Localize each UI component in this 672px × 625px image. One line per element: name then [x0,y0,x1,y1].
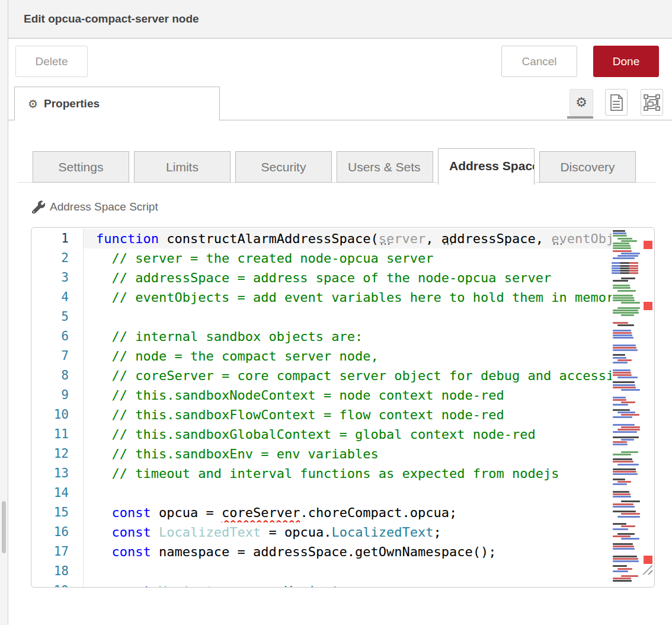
minimap-row [613,369,631,371]
minimap-row [612,446,639,448]
done-button[interactable]: Done [593,46,659,77]
error-marker[interactable] [644,241,652,249]
code-token [151,525,159,540]
minimap-row [612,550,639,552]
minimap-row [612,379,639,381]
left-scrollbar-thumb[interactable] [2,501,6,553]
description-icon-button[interactable] [605,89,628,116]
tab-label: Address Space [449,159,535,173]
minimap-row [613,493,631,495]
code-text: const Variant = opcua.Variant; [84,581,612,588]
code-token: namespace = addressSpace.getOwnNamespace… [151,544,497,559]
minimap-row [612,433,639,435]
minimap-row [612,305,639,307]
tab-security[interactable]: Security [235,151,332,183]
minimap-row [621,451,638,453]
workspace-left-strip [0,0,8,625]
overview-ruler[interactable] [639,228,655,587]
minimap-row [621,500,640,502]
code-editor: 1function constructAlarmAddressSpace(ser… [31,227,655,588]
code-token: const [112,525,151,540]
minimap-row [621,314,634,316]
line-number: 3 [31,268,84,288]
code-token: , [536,231,552,246]
delete-button[interactable]: Delete [15,46,88,77]
code-token: = opcua. [214,583,284,588]
minimap-row [617,464,639,465]
code-text [84,562,612,581]
minimap-row [613,409,630,411]
error-marker[interactable] [644,556,652,564]
minimap-row [613,280,628,282]
code-token [96,544,112,559]
code-line: 15 const opcua = coreServer.choreCompact… [31,503,612,522]
document-icon [610,94,623,111]
tab-users-sets[interactable]: Users & Sets [337,151,433,183]
wrench-icon [32,200,45,213]
minimap-row [613,556,637,557]
minimap-row [621,389,640,391]
minimap-row [612,498,639,500]
minimap-row [612,456,639,458]
minimap-row [613,565,627,567]
minimap-row [617,516,640,518]
minimap-row [612,339,639,341]
minimap-row [621,414,639,416]
line-number: 5 [31,307,84,327]
minimap-row [613,332,632,334]
appearance-icon-button[interactable] [641,89,663,116]
code-text: const LocalizedText = opcua.LocalizedTex… [84,522,612,542]
minimap-row [612,553,639,554]
minimap-row [613,384,635,386]
tab-settings[interactable]: Settings [33,151,129,183]
line-number: 12 [31,444,84,464]
code-token: // internal sandbox objects are: [96,329,363,344]
minimap-row [613,535,631,537]
tab-discovery[interactable]: Discovery [539,151,636,183]
minimap-row [612,518,639,520]
properties-icon-button[interactable]: ⚙ [569,89,593,116]
minimap-row [613,461,633,463]
tab-address-space[interactable]: Address Space [438,148,535,185]
line-number: 2 [31,248,84,268]
edit-node-tray: Edit opcua-compact-server node Delete Ca… [8,0,672,625]
tab-properties[interactable]: ⚙ Properties [14,87,220,120]
error-marker[interactable] [644,302,652,310]
tab-label: Discovery [560,160,615,174]
code-token: ; [340,583,347,588]
tab-limits[interactable]: Limits [134,151,231,183]
code-text: // this.sandboxEnv = env variables [84,444,612,464]
code-text: // server = the created node-opcua serve… [84,248,612,268]
tab-label: Settings [59,160,104,174]
minimap-row [613,287,631,289]
minimap-row [621,426,640,428]
minimap-row [613,404,628,406]
minimap-row [613,285,630,286]
minimap-row [613,295,633,296]
minimap-row [612,449,639,451]
minimap-row [612,419,639,420]
code-text [84,307,612,327]
code-token: server [379,231,425,246]
minimap-row [613,570,628,572]
cancel-button[interactable]: Cancel [501,46,577,77]
code-line: 12 // this.sandboxEnv = env variables [31,444,612,464]
code-token: // timeout and interval functions as exp… [96,466,559,481]
minimap-row [613,243,629,244]
tab-label: Limits [166,160,199,174]
minimap-row [612,265,639,267]
line-number: 10 [31,405,84,425]
minimap-row [612,272,639,274]
code-text: // this.sandboxFlowContext = flow contex… [84,405,612,425]
minimap-row [613,424,635,426]
code-token: // this.sandboxNodeContext = node contex… [96,388,504,403]
gear-icon: ⚙ [575,95,587,110]
minimap-row [612,282,639,284]
gear-icon: ⚙ [28,97,38,111]
code-text: // timeout and interval functions as exp… [84,464,612,483]
code-area[interactable]: 1function constructAlarmAddressSpace(ser… [31,229,612,588]
line-number: 6 [31,327,84,346]
code-text: // node = the compact server node, [84,346,612,366]
minimap-row [613,232,626,234]
editor-minimap[interactable] [612,230,639,586]
